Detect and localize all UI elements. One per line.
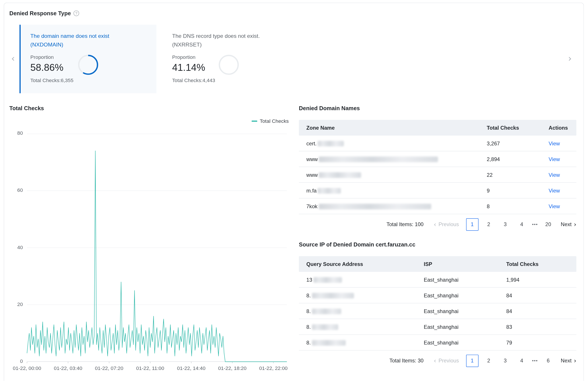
page-button-2[interactable]: 2 (483, 218, 495, 230)
card-title: The DNS record type does not exist. (172, 32, 298, 40)
column-header-query-source-address: Query Source Address (299, 261, 424, 267)
page-button-1[interactable]: 1 (466, 218, 479, 230)
chevron-left-icon: ‹ (434, 221, 436, 228)
total-checks-cell: 8 (487, 203, 548, 209)
previous-button[interactable]: ‹Previous (434, 221, 459, 228)
total-checks-series-line (27, 151, 287, 362)
column-header-isp: ISP (424, 261, 506, 267)
help-icon[interactable]: ? (74, 10, 79, 16)
total-checks-cell: 9 (487, 187, 548, 193)
view-link[interactable]: View (548, 156, 560, 162)
isp-cell: East_shanghai (424, 277, 506, 283)
y-tick-label: 40 (9, 244, 23, 250)
source-ip-pagination: Total Items: 30‹Previous1234•••6Next› (299, 349, 576, 373)
zone-name-cell: www (299, 156, 487, 162)
proportion-donut-chart (78, 54, 99, 75)
card-total-checks: Total Checks:6,355 (30, 77, 156, 83)
y-tick-label: 0 (9, 359, 23, 364)
carousel-next-icon[interactable]: › (568, 54, 572, 63)
page-button-3[interactable]: 3 (499, 218, 511, 230)
view-link[interactable]: View (548, 187, 560, 193)
view-link[interactable]: View (548, 140, 560, 146)
page-button-2[interactable]: 2 (483, 354, 495, 367)
chevron-right-icon: › (574, 221, 576, 228)
redacted-text (319, 172, 361, 178)
source-ip-table: Query Source Address ISP Total Checks 13… (299, 256, 576, 351)
table-row: 8.East_shanghai79 (299, 335, 576, 350)
source-address-cell: 8. (299, 292, 424, 298)
x-tick-label: 01-22, 18:20 (218, 365, 246, 371)
card-title-code: (NXRRSET) (172, 40, 298, 49)
page-button-4[interactable]: 4 (516, 354, 528, 367)
y-tick-label: 60 (9, 187, 23, 193)
next-button[interactable]: Next› (561, 358, 576, 364)
zone-name-prefix: 7kok (306, 203, 317, 209)
zone-name-cell: m.fa (299, 187, 487, 193)
actions-cell: View (548, 187, 576, 193)
response-type-card-nxrrset[interactable]: The DNS record type does not exist. (NXR… (161, 25, 298, 93)
card-total-checks: Total Checks:4,443 (172, 77, 298, 83)
actions-cell: View (548, 203, 576, 209)
view-link[interactable]: View (548, 172, 560, 178)
total-checks-cell: 84 (506, 292, 576, 298)
source-ip-table-body: 13East_shanghai1,9948.East_shanghai848.E… (299, 272, 576, 350)
total-checks-cell: 84 (506, 308, 576, 314)
table-row: www2,894View (299, 151, 576, 167)
total-checks-plot[interactable] (27, 134, 287, 362)
proportion-donut-chart (218, 54, 239, 75)
x-tick-label: 01-22, 00:00 (13, 365, 41, 371)
chart-legend[interactable]: Total Checks (225, 118, 289, 124)
next-button[interactable]: Next› (561, 221, 576, 228)
column-header-total-checks: Total Checks (506, 261, 576, 267)
isp-cell: East_shanghai (424, 292, 506, 298)
column-header-actions: Actions (548, 125, 576, 131)
total-checks-cell: 3,267 (487, 140, 548, 146)
page-ellipsis-button[interactable]: ••• (532, 358, 538, 363)
table-row: 7kok8View (299, 198, 576, 214)
actions-cell: View (548, 172, 576, 178)
total-checks-chart: 020406080 01-22, 00:0001-22, 03:4001-22,… (9, 127, 289, 378)
page-button-6[interactable]: 6 (542, 354, 554, 367)
y-tick-label: 80 (9, 130, 23, 136)
total-checks-cell: 2,894 (487, 156, 548, 162)
previous-button[interactable]: ‹Previous (434, 358, 459, 364)
view-link[interactable]: View (548, 203, 560, 209)
carousel-prev-icon[interactable]: ‹ (11, 54, 15, 63)
table-row: 13East_shanghai1,994 (299, 272, 576, 288)
redacted-text (319, 204, 431, 209)
redacted-text (312, 293, 354, 298)
x-tick-label: 01-22, 14:40 (177, 365, 205, 371)
redacted-text (312, 308, 341, 314)
total-checks-cell: 1,994 (506, 277, 576, 283)
page-button-4[interactable]: 4 (516, 218, 528, 230)
y-tick-label: 20 (9, 301, 23, 307)
redacted-text (312, 340, 346, 345)
ip-prefix: 8. (306, 292, 311, 298)
dns-dashboard: Denied Response Type ? ‹ › The domain na… (0, 0, 588, 381)
card-title-code: (NXDOMAIN) (30, 40, 156, 49)
x-tick-label: 01-22, 22:00 (259, 365, 288, 371)
page-button-1[interactable]: 1 (466, 354, 479, 367)
chart-title: Total Checks (9, 105, 44, 111)
column-header-zone-name: Zone Name (299, 125, 487, 131)
source-address-cell: 8. (299, 339, 424, 345)
total-items-label: Total Items: 100 (387, 221, 424, 227)
page-button-20[interactable]: 20 (542, 218, 554, 230)
source-address-cell: 8. (299, 308, 424, 314)
table-header-row: Zone Name Total Checks Actions (299, 120, 576, 136)
zone-name-prefix: www (306, 156, 318, 162)
x-tick-label: 01-22, 07:20 (95, 365, 123, 371)
isp-cell: East_shanghai (424, 339, 506, 345)
zone-name-prefix: www (306, 172, 318, 178)
page-button-3[interactable]: 3 (499, 354, 511, 367)
table-row: 8.East_shanghai84 (299, 288, 576, 303)
dashboard-viewport: Denied Response Type ? ‹ › The domain na… (0, 0, 588, 381)
redacted-text (313, 277, 342, 283)
page-title: Denied Response Type (9, 10, 71, 17)
denied-domains-table-body: cert.3,267Viewwww2,894Viewwww22Viewm.fa9… (299, 136, 576, 214)
response-type-card-nxdomain[interactable]: The domain name does not exist (NXDOMAIN… (20, 25, 156, 93)
page-ellipsis-button[interactable]: ••• (532, 222, 538, 227)
legend-marker-icon (252, 121, 257, 122)
zone-name-prefix: cert. (306, 140, 316, 146)
actions-cell: View (548, 156, 576, 162)
